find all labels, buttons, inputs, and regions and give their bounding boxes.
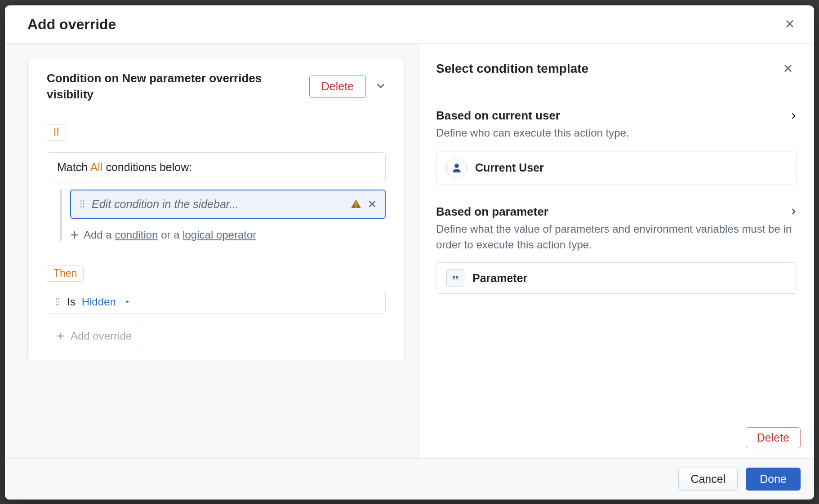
card-title: Condition on New parameter overrides vis… [47,70,263,103]
template-label: Current User [475,161,544,174]
dialog-close-button[interactable] [781,15,799,33]
done-button[interactable]: Done [746,468,801,491]
add-cond-prefix: Add a [84,229,115,241]
dialog-footer: Cancel Done [5,458,814,500]
category-title: Based on current user [436,109,560,123]
card-header-actions: Delete [309,75,391,98]
card-header: Condition on New parameter overrides vis… [28,59,405,114]
add-override-dialog: Add override Condition on New parameter … [5,5,814,500]
if-section: If Match All conditions below: Edit cond… [28,114,405,255]
drag-handle-icon[interactable] [79,199,85,209]
dialog-body: Condition on New parameter overrides vis… [5,44,814,458]
close-icon [785,19,795,30]
delete-condition-button[interactable]: Delete [309,75,366,98]
chevron-right-icon [790,207,797,217]
category-head[interactable]: Based on current user [436,109,797,123]
condition-item[interactable]: Edit condition in the sidebar... [70,190,386,219]
right-header: Select condition template [419,44,814,94]
drag-handle-icon[interactable] [54,297,61,307]
add-condition-row[interactable]: Add a condition or a logical operator [70,229,386,241]
right-panel-title: Select condition template [436,62,588,76]
add-condition-link[interactable]: condition [115,229,158,241]
conditions-block: Edit condition in the sidebar... Add a c… [60,190,386,241]
then-tag: Then [47,265,84,282]
collapse-card-button[interactable] [370,77,391,96]
remove-condition-button[interactable] [368,199,377,208]
template-category-user: Based on current user Define who can exe… [436,109,797,185]
is-label: Is [67,296,76,308]
cancel-button[interactable]: Cancel [678,468,738,491]
template-label: Parameter [472,272,527,285]
match-suffix: conditions below: [102,161,192,173]
warning-icon [351,199,361,209]
category-subtitle: Define who can execute this action type. [436,125,797,141]
condition-placeholder-text: Edit condition in the sidebar... [92,198,344,211]
then-section: Then Is Hidden Add override [28,255,405,361]
add-cond-mid: or a [158,229,182,241]
add-override-button[interactable]: Add override [47,325,141,347]
add-operator-link[interactable]: logical operator [182,229,256,241]
category-title: Based on parameter [436,205,548,219]
caret-down-icon [124,299,130,305]
close-template-panel-button[interactable] [779,60,797,78]
template-parameter[interactable]: Parameter [436,262,797,294]
close-icon [783,63,793,75]
dialog-header: Add override [5,5,814,44]
condition-card: Condition on New parameter overrides vis… [27,59,405,361]
left-column: Condition on New parameter overrides vis… [5,44,419,458]
template-category-parameter: Based on parameter Define what the value… [436,205,797,294]
template-list: Based on current user Define who can exe… [419,94,814,417]
match-mode-selector[interactable]: Match All conditions below: [47,152,386,182]
then-result-selector[interactable]: Is Hidden [47,290,386,314]
right-column: Select condition template Based on curre… [419,44,814,458]
chevron-right-icon [790,111,797,121]
category-head[interactable]: Based on parameter [436,205,797,219]
template-current-user[interactable]: Current User [436,151,797,185]
chevron-down-icon [376,85,386,92]
quote-icon [446,269,464,287]
match-prefix: Match [57,161,90,173]
delete-template-button[interactable]: Delete [746,427,801,448]
if-tag: If [47,124,66,141]
user-icon [446,158,467,178]
add-override-label: Add override [71,330,132,342]
match-all: All [90,161,103,173]
right-panel-footer: Delete [419,417,814,458]
dialog-title: Add override [27,16,116,33]
plus-icon [56,332,65,340]
category-subtitle: Define what the value of parameters and … [436,221,797,253]
visibility-value: Hidden [82,296,116,308]
plus-icon [70,230,79,239]
